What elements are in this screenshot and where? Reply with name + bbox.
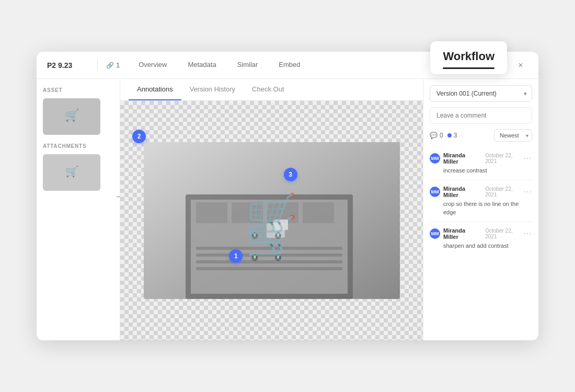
close-button[interactable]: ×	[513, 58, 528, 73]
comment-text: increase contrast	[430, 167, 532, 175]
tab-check-out[interactable]: Check Out	[244, 79, 292, 100]
attachments-label: ATTACHMENTS	[43, 143, 113, 149]
comment-text: sharpen and add contrast	[430, 242, 532, 250]
comment-more-button[interactable]: ···	[524, 229, 532, 238]
comment-text: crop so there is no line on the edge	[430, 200, 532, 216]
comment-item: MM Miranda Miller October 22, 2021 ··· s…	[430, 222, 532, 255]
content-tabs: Annotations Version History Check Out	[120, 79, 423, 101]
comment-author-row: MM Miranda Miller October 22, 2021	[430, 186, 524, 198]
comment-input[interactable]	[430, 107, 532, 124]
modal: Workflow P2 9.23 🔗 1 Overview Metadata S…	[37, 52, 538, 340]
comment-date: October 22, 2021	[485, 153, 523, 164]
asset-label: ASSET	[43, 87, 113, 93]
svg-rect-16	[267, 223, 285, 238]
tab-version-history[interactable]: Version History	[181, 79, 244, 100]
sidebar: ASSET 🛒 ATTACHMENTS 🛒 →	[37, 79, 120, 340]
comment-header: MM Miranda Miller October 22, 2021 ···	[430, 186, 532, 198]
svg-text:🛒: 🛒	[65, 165, 78, 178]
annotation-pin-2[interactable]: 2	[132, 130, 146, 143]
svg-text:🛒: 🛒	[65, 108, 79, 122]
comment-date: October 22, 2021	[485, 186, 523, 198]
svg-rect-11	[196, 202, 227, 223]
annotation-count: 3	[454, 132, 457, 139]
header-tabs: Overview Metadata Similar Embed	[128, 52, 310, 79]
tab-overview[interactable]: Overview	[128, 52, 177, 79]
comment-author: Miranda Miller	[443, 186, 480, 198]
comment-author: Miranda Miller	[443, 152, 480, 165]
svg-text:🛒: 🛒	[246, 213, 298, 262]
annotation-dot	[447, 133, 452, 137]
modal-body: ASSET 🛒 ATTACHMENTS 🛒 → Annot	[37, 79, 538, 340]
attachment-thumbnail[interactable]: 🛒	[43, 154, 100, 191]
main-image: 🛒	[144, 142, 400, 299]
comment-count: 0	[440, 132, 443, 139]
comment-more-button[interactable]: ···	[524, 154, 532, 163]
svg-rect-12	[232, 202, 263, 223]
comment-stat: 💬 0	[430, 132, 443, 139]
svg-rect-14	[303, 202, 334, 223]
annotation-pin-3[interactable]: 3	[284, 168, 297, 181]
tab-annotations[interactable]: Annotations	[129, 79, 181, 100]
asset-title: P2 9.23	[47, 61, 89, 70]
comment-avatar: MM	[430, 153, 440, 164]
svg-rect-17	[273, 220, 288, 230]
annotation-stat: 3	[447, 132, 457, 139]
comment-more-button[interactable]: ···	[524, 187, 532, 197]
workflow-popup: Workflow	[430, 41, 507, 74]
link-number: 1	[116, 61, 120, 69]
comment-date: October 22, 2021	[485, 228, 523, 239]
comment-stats: 💬 0 3	[430, 132, 494, 139]
image-canvas: 🛒 1 2 3	[120, 101, 423, 340]
comment-author: Miranda Miller	[443, 227, 480, 240]
sort-select[interactable]: Newest Oldest	[494, 129, 532, 142]
comment-header: MM Miranda Miller October 22, 2021 ···	[430, 227, 532, 240]
workflow-popup-underline	[443, 67, 494, 69]
link-count: 🔗 1	[106, 61, 120, 69]
tab-embed[interactable]: Embed	[268, 52, 310, 79]
comment-controls-row: 💬 0 3 Newest Oldest ▾	[430, 129, 532, 142]
comment-author-row: MM Miranda Miller October 22, 2021	[430, 152, 524, 165]
comment-item: MM Miranda Miller October 22, 2021 ··· i…	[430, 147, 532, 180]
sort-wrapper: Newest Oldest ▾	[494, 129, 532, 142]
link-icon: 🔗	[106, 62, 114, 69]
workflow-popup-title: Workflow	[443, 50, 494, 63]
comment-list: MM Miranda Miller October 22, 2021 ··· i…	[430, 147, 532, 334]
version-select-wrapper: Version 001 (Current) ▾	[430, 85, 532, 102]
header-divider	[97, 60, 98, 71]
comment-author-row: MM Miranda Miller October 22, 2021	[430, 227, 524, 240]
content-area: Annotations Version History Check Out	[120, 79, 423, 340]
comment-avatar: MM	[430, 187, 440, 197]
comment-icon: 💬	[430, 132, 438, 139]
version-select[interactable]: Version 001 (Current)	[430, 85, 532, 102]
tab-similar[interactable]: Similar	[227, 52, 269, 79]
comment-item: MM Miranda Miller October 22, 2021 ··· c…	[430, 180, 532, 222]
right-panel: Version 001 (Current) ▾ 💬 0 3	[423, 79, 538, 340]
comment-header: MM Miranda Miller October 22, 2021 ···	[430, 152, 532, 165]
comment-avatar: MM	[430, 228, 440, 239]
tab-metadata[interactable]: Metadata	[177, 52, 226, 79]
svg-rect-13	[267, 202, 298, 223]
asset-thumbnail[interactable]: 🛒	[43, 98, 100, 135]
svg-rect-10	[196, 267, 342, 270]
